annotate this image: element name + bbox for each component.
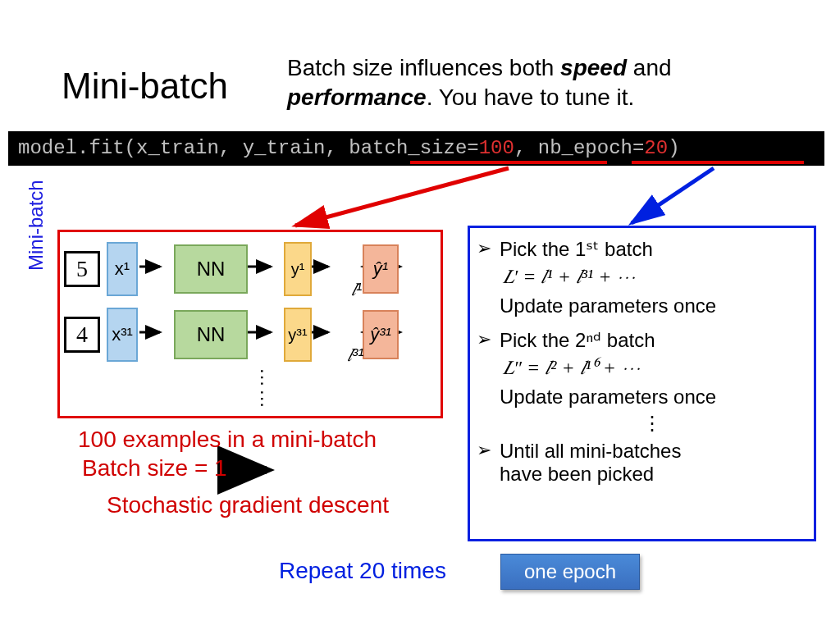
code-batch-size-val: 100 xyxy=(479,137,514,159)
nn-box: NN xyxy=(174,310,248,359)
step-1: Pick the 1ˢᵗ batch xyxy=(500,238,804,261)
code-prefix: model.fit(x_train, y_train, xyxy=(18,137,349,159)
equation-2: 𝐿″ = 𝑙² + 𝑙¹⁶ + ⋯ xyxy=(503,357,804,379)
slide-title: Mini-batch xyxy=(62,66,228,107)
emph-speed: speed xyxy=(560,55,627,80)
update-2: Update parameters once xyxy=(500,386,804,409)
handwritten-digit-5: 5 xyxy=(64,251,100,287)
emph-performance: performance xyxy=(287,84,427,110)
code-batch-size-key: batch_size= xyxy=(349,137,478,159)
diagram-row-1: 5 x¹ NN y¹ ŷ¹ xyxy=(64,242,399,296)
repeat-label: Repeat 20 times xyxy=(279,558,446,584)
x31-box: x³¹ xyxy=(107,308,138,362)
minibatch-side-label: Mini-batch xyxy=(25,180,48,271)
yhat1-box: ŷ¹ xyxy=(363,244,399,294)
yhat31-box: ŷ³¹ xyxy=(363,310,399,359)
slide-subtitle: Batch size influences both speed and per… xyxy=(287,53,812,113)
x1-box: x¹ xyxy=(107,242,138,296)
code-nb-epoch-val: 20 xyxy=(644,137,668,159)
steps-ellipsis: ⋮ xyxy=(500,412,804,435)
subtitle-part: . You have to tune it. xyxy=(427,84,635,110)
vertical-ellipsis: …… xyxy=(256,368,279,410)
caption-sgd: Stochastic gradient descent xyxy=(107,492,389,518)
update-1: Update parameters once xyxy=(500,294,804,317)
step-3a: Until all mini-batches xyxy=(500,440,804,463)
code-close: ) xyxy=(668,137,679,159)
equation-1: 𝐿′ = 𝑙¹ + 𝑙³¹ + ⋯ xyxy=(503,266,804,288)
subtitle-part: Batch size influences both xyxy=(287,55,560,80)
epoch-steps-box: Pick the 1ˢᵗ batch 𝐿′ = 𝑙¹ + 𝑙³¹ + ⋯ Upd… xyxy=(468,226,816,541)
handwritten-digit-4: 4 xyxy=(64,317,100,353)
caption-batchsize1: Batch size = 1 xyxy=(82,455,227,482)
svg-line-2 xyxy=(295,168,509,226)
step-2: Pick the 2ⁿᵈ batch xyxy=(500,329,804,352)
code-comma: , xyxy=(514,137,538,159)
loss-l31-label: 𝑙³¹ xyxy=(347,345,364,366)
one-epoch-badge: one epoch xyxy=(500,554,640,590)
subtitle-part: and xyxy=(627,55,672,80)
y1-box: y¹ xyxy=(284,242,312,296)
y31-box: y³¹ xyxy=(284,308,312,362)
loss-l1-label: 𝑙¹ xyxy=(351,279,362,300)
caption-examples: 100 examples in a mini-batch xyxy=(78,427,377,453)
nn-box: NN xyxy=(174,244,248,294)
step-3b: have been picked xyxy=(500,463,804,486)
svg-line-3 xyxy=(632,168,714,223)
code-snippet: model.fit(x_train, y_train, batch_size=1… xyxy=(8,131,824,166)
code-nb-epoch-key: nb_epoch= xyxy=(538,137,645,159)
